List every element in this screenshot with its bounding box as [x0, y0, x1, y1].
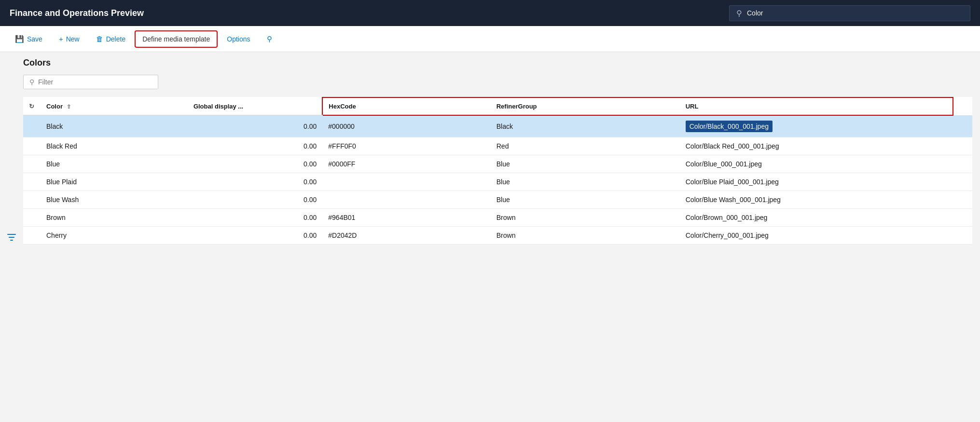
th-hexcode: HexCode — [322, 97, 490, 115]
td-refiner-group: Blue — [491, 191, 680, 209]
td-url: Color/Black_000_001.jpeg — [680, 115, 953, 137]
table-row[interactable]: Black Red 0.00 #FFF0F0 Red Color/Black R… — [23, 137, 972, 155]
filter-icon — [7, 233, 16, 242]
new-button[interactable]: + New — [52, 30, 87, 47]
th-refresh: ↻ — [23, 97, 41, 115]
td-url: Color/Blue_000_001.jpeg — [680, 155, 953, 173]
global-search-bar[interactable]: ⚲ — [729, 5, 970, 21]
filter-input[interactable] — [38, 78, 152, 86]
content-area: Colors ⚲ ↻ Color ⇧ Global d — [23, 58, 980, 416]
search-icon: ⚲ — [736, 9, 742, 18]
td-global-display: 0.00 — [188, 173, 322, 191]
td-refresh — [23, 115, 41, 137]
td-hexcode: #FFF0F0 — [322, 137, 490, 155]
table-body: Black 0.00 #000000 Black Color/Black_000… — [23, 115, 972, 245]
save-button[interactable]: 💾 Save — [8, 30, 50, 48]
td-url: Color/Blue Plaid_000_001.jpeg — [680, 173, 953, 191]
td-refiner-group: Brown — [491, 209, 680, 227]
toolbar: 💾 Save + New 🗑 Delete Define media templ… — [0, 26, 980, 52]
td-refiner-group: Blue — [491, 173, 680, 191]
td-refiner-group: Black — [491, 115, 680, 137]
table-row[interactable]: Blue Plaid 0.00 Blue Color/Blue Plaid_00… — [23, 173, 972, 191]
td-hexcode — [322, 191, 490, 209]
td-color: Blue Plaid — [41, 173, 188, 191]
table-row[interactable]: Blue Wash 0.00 Blue Color/Blue Wash_000_… — [23, 191, 972, 209]
td-global-display: 0.00 — [188, 155, 322, 173]
td-global-display: 0.00 — [188, 227, 322, 245]
app-title: Finance and Operations Preview — [10, 8, 144, 18]
td-global-display: 0.00 — [188, 137, 322, 155]
table-row[interactable]: Black 0.00 #000000 Black Color/Black_000… — [23, 115, 972, 137]
td-hexcode: #D2042D — [322, 227, 490, 245]
th-refiner-group: RefinerGroup — [491, 97, 680, 115]
td-hexcode: #000000 — [322, 115, 490, 137]
td-color: Cherry — [41, 227, 188, 245]
define-media-template-button[interactable]: Define media template — [135, 30, 218, 48]
td-hexcode: #0000FF — [322, 155, 490, 173]
td-url: Color/Brown_000_001.jpeg — [680, 209, 953, 227]
plus-icon: + — [59, 35, 63, 43]
td-color: Blue Wash — [41, 191, 188, 209]
td-refresh — [23, 155, 41, 173]
td-spacer — [953, 209, 972, 227]
td-refiner-group: Brown — [491, 227, 680, 245]
delete-button[interactable]: 🗑 Delete — [89, 30, 133, 47]
sidebar-filter — [0, 58, 23, 416]
td-url: Color/Cherry_000_001.jpeg — [680, 227, 953, 245]
td-spacer — [953, 115, 972, 137]
table-row[interactable]: Blue 0.00 #0000FF Blue Color/Blue_000_00… — [23, 155, 972, 173]
table-row[interactable]: Cherry 0.00 #D2042D Brown Color/Cherry_0… — [23, 227, 972, 245]
toolbar-search-icon: ⚲ — [267, 35, 272, 43]
td-spacer — [953, 173, 972, 191]
td-spacer — [953, 191, 972, 209]
td-global-display: 0.00 — [188, 115, 322, 137]
td-refresh — [23, 209, 41, 227]
td-refresh — [23, 191, 41, 209]
th-spacer — [953, 97, 972, 115]
url-selected-value: Color/Black_000_001.jpeg — [686, 121, 773, 132]
refresh-icon[interactable]: ↻ — [29, 103, 34, 110]
td-color: Black Red — [41, 137, 188, 155]
sort-asc-icon: ⇧ — [67, 104, 71, 109]
td-global-display: 0.00 — [188, 191, 322, 209]
td-hexcode: #964B01 — [322, 209, 490, 227]
td-url: Color/Blue Wash_000_001.jpeg — [680, 191, 953, 209]
th-color[interactable]: Color ⇧ — [41, 97, 188, 115]
table-wrapper: ↻ Color ⇧ Global display ... HexCode Ref… — [23, 97, 972, 245]
td-refresh — [23, 137, 41, 155]
global-search-input[interactable] — [747, 9, 963, 17]
options-button[interactable]: Options — [220, 31, 257, 47]
delete-icon: 🗑 — [96, 35, 103, 43]
section-title: Colors — [23, 58, 972, 68]
td-color: Blue — [41, 155, 188, 173]
save-icon: 💾 — [15, 35, 24, 43]
td-refresh — [23, 227, 41, 245]
td-refiner-group: Red — [491, 137, 680, 155]
filter-toggle-button[interactable] — [5, 61, 18, 416]
main-content: Colors ⚲ ↻ Color ⇧ Global d — [0, 52, 980, 422]
th-global-display: Global display ... — [188, 97, 322, 115]
td-refresh — [23, 173, 41, 191]
top-navigation: Finance and Operations Preview ⚲ — [0, 0, 980, 26]
table-header-row: ↻ Color ⇧ Global display ... HexCode Ref… — [23, 97, 972, 115]
td-url: Color/Black Red_000_001.jpeg — [680, 137, 953, 155]
td-global-display: 0.00 — [188, 209, 322, 227]
td-spacer — [953, 227, 972, 245]
th-url: URL — [680, 97, 953, 115]
filter-input-wrapper[interactable]: ⚲ — [23, 75, 158, 89]
td-refiner-group: Blue — [491, 155, 680, 173]
td-spacer — [953, 137, 972, 155]
td-color: Brown — [41, 209, 188, 227]
table-row[interactable]: Brown 0.00 #964B01 Brown Color/Brown_000… — [23, 209, 972, 227]
td-spacer — [953, 155, 972, 173]
td-hexcode — [322, 173, 490, 191]
td-color: Black — [41, 115, 188, 137]
colors-table: ↻ Color ⇧ Global display ... HexCode Ref… — [23, 97, 972, 245]
toolbar-search-button[interactable]: ⚲ — [260, 30, 279, 48]
filter-search-icon: ⚲ — [29, 78, 34, 86]
